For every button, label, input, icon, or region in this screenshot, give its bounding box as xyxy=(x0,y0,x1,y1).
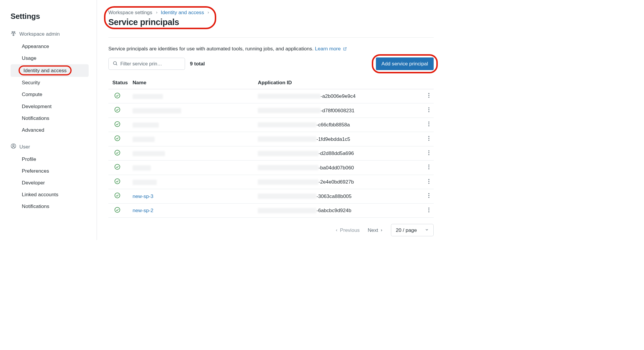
name-cell xyxy=(131,103,256,118)
svg-point-40 xyxy=(428,207,430,209)
sidebar-item-security[interactable]: Security xyxy=(11,77,89,89)
row-actions-menu-button[interactable] xyxy=(428,94,430,100)
redacted-appid-prefix xyxy=(258,94,321,99)
sidebar-section-header: Workspace admin xyxy=(11,31,89,38)
application-id-cell: -6abcbc9d924b xyxy=(256,203,422,218)
sidebar-item-developer[interactable]: Developer xyxy=(11,177,89,189)
application-id-cell: -c66cfbb8858a xyxy=(256,118,422,132)
status-cell xyxy=(108,89,131,103)
redacted-appid-prefix xyxy=(258,108,321,113)
column-header-actions xyxy=(422,76,434,89)
status-cell xyxy=(108,203,131,218)
name-cell xyxy=(131,89,256,103)
svg-point-32 xyxy=(428,179,430,180)
svg-point-33 xyxy=(428,181,430,182)
table-row: -a2b006e9e9c4 xyxy=(108,89,434,103)
row-actions-menu-button[interactable] xyxy=(428,122,430,128)
svg-point-19 xyxy=(115,136,120,141)
sidebar-item-preferences[interactable]: Preferences xyxy=(11,165,89,177)
redacted-appid-prefix xyxy=(258,151,318,156)
table-row: new-sp-3-3063ca88b005 xyxy=(108,189,434,204)
redacted-name xyxy=(133,165,151,171)
row-actions-menu-button[interactable] xyxy=(428,108,430,114)
sidebar-item-user-notifications[interactable]: Notifications xyxy=(11,201,89,212)
name-cell xyxy=(131,175,256,189)
sidebar-item-profile[interactable]: Profile xyxy=(11,153,89,165)
annotation-highlight: Identity and access xyxy=(19,65,71,75)
svg-point-31 xyxy=(115,179,120,184)
page-size-select[interactable]: 20 / page xyxy=(391,224,434,236)
chevron-down-icon xyxy=(425,227,429,233)
table-row: new-sp-2-6abcbc9d924b xyxy=(108,203,434,218)
sidebar-item-usage[interactable]: Usage xyxy=(11,52,89,64)
divider xyxy=(108,37,434,38)
sidebar-item-compute[interactable]: Compute xyxy=(11,89,89,100)
status-active-icon xyxy=(114,108,120,114)
sidebar-item-development[interactable]: Development xyxy=(11,100,89,112)
chevron-right-icon xyxy=(380,227,383,233)
svg-point-8 xyxy=(428,93,430,94)
row-actions-menu-button[interactable] xyxy=(428,194,430,199)
row-actions-menu-button[interactable] xyxy=(428,208,430,214)
svg-point-22 xyxy=(428,140,430,141)
application-id-cell: -ba04dd07b060 xyxy=(256,161,422,175)
application-id-cell: -3063ca88b005 xyxy=(256,189,422,204)
sidebar-item-appearance[interactable]: Appearance xyxy=(11,41,89,52)
svg-point-25 xyxy=(428,152,430,153)
previous-page-button[interactable]: Previous xyxy=(335,227,360,233)
application-id-cell: -2e4e0bd6927b xyxy=(256,175,422,189)
svg-point-29 xyxy=(428,166,430,168)
next-page-button[interactable]: Next xyxy=(368,227,383,233)
status-active-icon xyxy=(114,137,120,143)
row-actions-menu-button[interactable] xyxy=(428,151,430,157)
row-actions-menu-button[interactable] xyxy=(428,165,430,171)
filter-input-field[interactable] xyxy=(120,61,181,67)
status-cell xyxy=(108,161,131,175)
row-actions-menu-button[interactable] xyxy=(428,136,430,142)
status-cell xyxy=(108,146,131,161)
svg-point-12 xyxy=(428,107,430,108)
learn-more-link[interactable]: Learn more xyxy=(315,46,347,52)
chevron-right-icon xyxy=(207,9,210,16)
svg-point-27 xyxy=(115,164,120,169)
application-id-suffix: -1fd9ebdda1c5 xyxy=(316,136,350,142)
main-content: Workspace settings Identity and access S… xyxy=(97,0,442,240)
filter-service-principals-input[interactable] xyxy=(108,58,185,70)
svg-point-39 xyxy=(115,207,120,212)
status-cell xyxy=(108,175,131,189)
sidebar-item-linked-accounts[interactable]: Linked accounts xyxy=(11,189,89,201)
svg-point-38 xyxy=(428,197,430,198)
column-header-appid[interactable]: Application ID xyxy=(256,76,422,89)
row-actions-cell xyxy=(422,203,434,218)
application-id-cell: -d2d88dd5a696 xyxy=(256,146,422,161)
svg-point-23 xyxy=(115,150,120,155)
status-cell xyxy=(108,118,131,132)
page-title: Service principals xyxy=(108,17,210,27)
add-service-principal-button[interactable]: Add service principal xyxy=(376,57,434,70)
row-actions-cell xyxy=(422,189,434,204)
svg-point-36 xyxy=(428,193,430,194)
status-active-icon xyxy=(114,165,120,171)
table-row: -1fd9ebdda1c5 xyxy=(108,132,434,146)
service-principal-name-link[interactable]: new-sp-2 xyxy=(133,207,153,213)
column-header-status[interactable]: Status xyxy=(108,76,131,89)
sidebar-item-identity-and-access[interactable]: Identity and access xyxy=(11,64,89,77)
sidebar-item-advanced[interactable]: Advanced xyxy=(11,124,89,136)
redacted-name xyxy=(133,180,157,185)
svg-point-1 xyxy=(14,32,15,33)
column-header-name[interactable]: Name xyxy=(131,76,256,89)
row-actions-cell xyxy=(422,146,434,161)
service-principal-name-link[interactable]: new-sp-3 xyxy=(133,193,153,199)
sidebar-section-workspace-admin: Workspace admin Appearance Usage Identit… xyxy=(11,31,89,136)
name-cell: new-sp-2 xyxy=(131,203,256,218)
application-id-suffix: -d78f00608231 xyxy=(321,108,354,114)
table-row: -ba04dd07b060 xyxy=(108,161,434,175)
table-row: -d2d88dd5a696 xyxy=(108,146,434,161)
application-id-suffix: -6abcbc9d924b xyxy=(316,207,351,214)
svg-point-15 xyxy=(115,122,120,127)
sidebar-item-notifications[interactable]: Notifications xyxy=(11,112,89,124)
page-header-block: Workspace settings Identity and access S… xyxy=(108,9,210,27)
breadcrumb-parent[interactable]: Identity and access xyxy=(161,9,204,16)
toolbar: 9 total Add service principal xyxy=(108,57,434,70)
row-actions-menu-button[interactable] xyxy=(428,179,430,185)
